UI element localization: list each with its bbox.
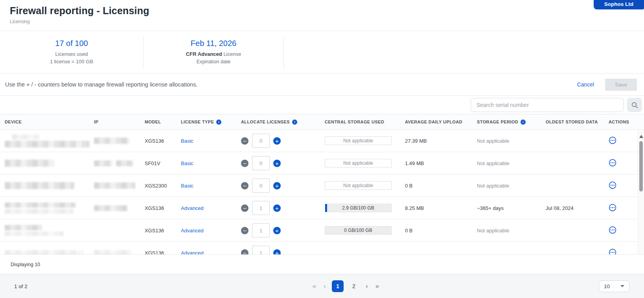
- license-type-link[interactable]: Advanced: [181, 250, 204, 255]
- info-icon[interactable]: i: [521, 120, 526, 125]
- storage-usage-bar: Not applicable: [325, 159, 392, 167]
- redacted-text-block: [5, 160, 54, 167]
- decrease-license-button[interactable]: −: [241, 227, 248, 234]
- column-label: ALLOCATE LICENSES: [241, 120, 290, 124]
- license-counter: −+: [241, 134, 320, 148]
- allocate-input[interactable]: [252, 178, 270, 193]
- license-type-link[interactable]: Basic: [181, 138, 193, 144]
- license-type-cell: Advanced: [176, 250, 236, 255]
- redacted-text-block: [5, 250, 83, 255]
- expiration-label-rest: License: [222, 51, 241, 57]
- search-input[interactable]: [471, 98, 624, 112]
- increase-license-button[interactable]: +: [273, 204, 281, 212]
- cancel-button[interactable]: Cancel: [575, 81, 597, 88]
- more-actions-button[interactable]: [609, 181, 616, 190]
- more-actions-button[interactable]: [609, 226, 616, 235]
- breadcrumb: Licensing: [10, 19, 644, 24]
- storage-usage-bar: 0 GB/100 GB: [325, 226, 392, 235]
- search-button[interactable]: [627, 98, 642, 112]
- column-header-ip: IP: [89, 114, 140, 129]
- model-cell: XGS2300: [140, 183, 176, 189]
- save-button[interactable]: Save: [605, 79, 637, 91]
- redacted-text-block: [5, 232, 64, 236]
- page-button-2[interactable]: 2: [348, 280, 360, 292]
- scrollbar-thumb[interactable]: [639, 141, 643, 191]
- allocate-input[interactable]: [252, 223, 270, 237]
- model-cell: XGS136: [140, 205, 176, 211]
- stat-divider: [283, 36, 284, 69]
- increase-license-button[interactable]: +: [273, 227, 281, 234]
- actions-cell: [604, 136, 638, 145]
- decrease-license-button[interactable]: −: [241, 204, 248, 212]
- more-actions-button[interactable]: [609, 204, 616, 213]
- storage-usage-bar: Not applicable: [325, 136, 392, 145]
- last-page-button[interactable]: »: [374, 282, 381, 290]
- first-page-button[interactable]: «: [311, 282, 318, 290]
- search-icon: [631, 102, 638, 109]
- license-type-link[interactable]: Advanced: [181, 205, 204, 211]
- redacted-text-block: [5, 141, 89, 147]
- info-icon[interactable]: i: [216, 120, 221, 125]
- increase-license-button[interactable]: +: [273, 160, 281, 167]
- actions-cell: [604, 204, 638, 213]
- license-counter: −+: [241, 156, 320, 170]
- scrollbar-up-arrow[interactable]: [639, 135, 643, 138]
- license-type-link[interactable]: Basic: [181, 183, 193, 189]
- license-type-cell: Basic: [176, 183, 236, 189]
- allocate-input[interactable]: [252, 201, 270, 215]
- column-label: LICENSE TYPE: [181, 120, 214, 124]
- expiration-stat: Feb 11, 2026 CFR Advanced License Expira…: [144, 39, 283, 66]
- storage-usage-label: 0 GB/100 GB: [344, 228, 372, 233]
- redacted-device-name: [5, 160, 89, 167]
- info-icon[interactable]: i: [292, 120, 297, 125]
- license-type-link[interactable]: Basic: [181, 160, 193, 166]
- org-badge[interactable]: Sophos Ltd: [594, 0, 644, 9]
- table-row: XGS2300Basic−+Not applicable0 BNot appli…: [0, 175, 638, 197]
- licenses-used-stat: 17 of 100 Licenses used 1 license = 100 …: [0, 39, 143, 66]
- vertical-scrollbar[interactable]: [638, 130, 644, 254]
- next-page-button[interactable]: ›: [364, 282, 370, 290]
- redacted-text-block: [94, 250, 131, 254]
- redacted-device-name: [5, 182, 89, 189]
- model-cell: SF01V: [140, 160, 176, 166]
- table-rows: XGS136Basic−+Not applicable27.39 MBNot a…: [0, 130, 644, 254]
- firewall-licensing-page: Firewall reporting - Licensing Licensing…: [0, 0, 644, 298]
- decrease-license-button[interactable]: −: [241, 137, 248, 145]
- column-label: AVERAGE DAILY UPLOAD: [405, 120, 462, 124]
- license-type-link[interactable]: Advanced: [181, 228, 204, 234]
- column-header-central-storage-used: CENTRAL STORAGE USED: [320, 114, 400, 129]
- page-size-select[interactable]: 10: [599, 280, 629, 292]
- increase-license-button[interactable]: +: [273, 137, 281, 145]
- allocate-input[interactable]: [252, 134, 270, 148]
- table-row: XGS136Basic−+Not applicable27.39 MBNot a…: [0, 130, 638, 152]
- increase-license-button[interactable]: +: [273, 249, 281, 255]
- storage-period-cell: Not applicable: [472, 160, 541, 166]
- storage-usage-label: Not applicable: [343, 183, 373, 188]
- decrease-license-button[interactable]: −: [241, 249, 248, 255]
- license-type-cell: Basic: [176, 138, 236, 144]
- increase-license-button[interactable]: +: [273, 182, 281, 189]
- pagination: « ‹ 12 › »: [93, 280, 599, 292]
- allocate-input[interactable]: [252, 156, 270, 170]
- allocate-input[interactable]: [252, 246, 270, 254]
- more-actions-button[interactable]: [609, 159, 616, 168]
- licenses-table: DEVICEIPMODELLICENSE TYPEiALLOCATE LICEN…: [0, 114, 644, 254]
- expiration-value: Feb 11, 2026: [144, 39, 283, 48]
- instruction-text: Use the + / - counters below to manage f…: [5, 81, 198, 88]
- decrease-license-button[interactable]: −: [241, 160, 248, 167]
- page-button-1[interactable]: 1: [332, 280, 344, 292]
- instruction-bar: Use the + / - counters below to manage f…: [0, 73, 644, 96]
- previous-page-button[interactable]: ‹: [322, 282, 328, 290]
- ip-cell: [89, 205, 140, 211]
- storage-period-cell: ~365+ days: [472, 205, 541, 211]
- device-cell: [0, 160, 89, 167]
- ellipsis-circle-icon: [609, 226, 616, 235]
- decrease-license-button[interactable]: −: [241, 182, 248, 189]
- actions-cell: [604, 248, 638, 255]
- device-cell: [0, 225, 89, 236]
- central-storage-cell: 0 GB/100 GB: [320, 226, 400, 235]
- license-counter: −+: [241, 178, 320, 193]
- more-actions-button[interactable]: [609, 248, 616, 255]
- licenses-used-sublabel: 1 license = 100 GB: [0, 58, 143, 66]
- more-actions-button[interactable]: [609, 136, 616, 145]
